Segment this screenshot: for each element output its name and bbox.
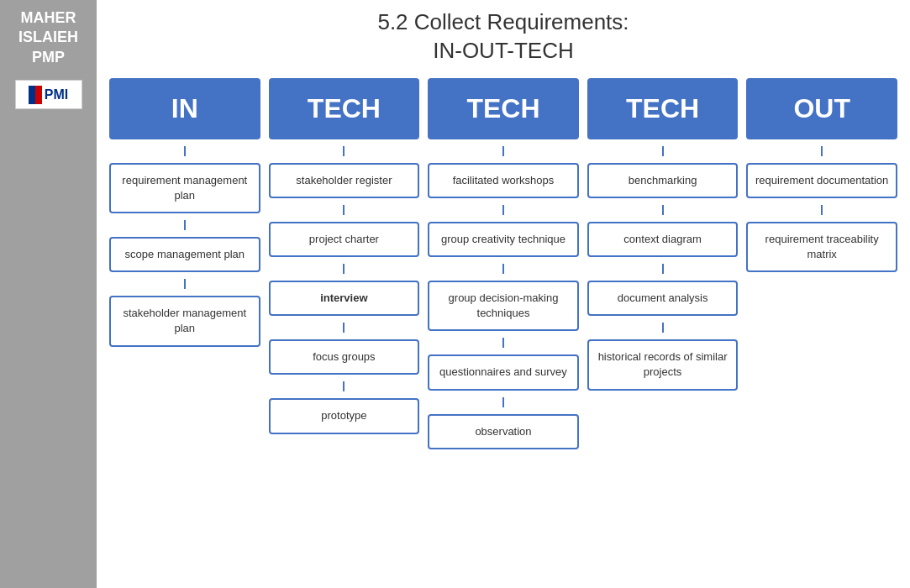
author-name: MAHER ISLAIEH PMP [18,8,78,67]
header-connector [502,146,504,156]
connector-line [343,205,345,215]
col-tech1-header: TECH [269,78,420,139]
pmi-logo: PMI [15,80,82,109]
header-connector [343,146,345,156]
pmi-flag-icon [29,86,42,104]
col-in: INrequirement management planscope manag… [109,78,260,347]
header-connector [821,146,823,156]
main-content: 5.2 Collect Requirements: IN-OUT-TECH IN… [97,0,910,588]
header-connector [662,146,664,156]
item-box: document analysis [587,281,739,316]
item-box: group decision-making techniques [428,281,579,331]
connector-line [662,264,664,274]
connector-line [343,381,345,391]
item-box: focus groups [269,339,420,375]
sidebar: MAHER ISLAIEH PMP PMI [0,0,97,588]
connector-line [502,338,504,348]
item-box: requirement management plan [109,163,260,213]
connector-line [502,264,504,274]
header-connector [184,146,186,156]
col-tech1: TECHstakeholder registerproject charteri… [269,78,420,434]
item-box: interview [269,281,420,316]
connector-line [821,205,823,215]
item-box: stakeholder register [269,163,420,198]
item-box: requirement traceability matrix [746,222,897,272]
connector-line [662,205,664,215]
item-box: context diagram [587,222,739,257]
connector-line [343,323,345,333]
item-box: benchmarking [587,163,739,198]
item-box: facilitated workshops [428,163,579,198]
col-tech2-header: TECH [428,78,579,139]
connector-line [662,323,664,333]
connector-line [184,220,186,230]
item-box: project charter [269,222,420,257]
connector-line [502,397,504,407]
item-box: prototype [269,398,420,433]
item-box: group creativity technique [428,222,579,257]
col-tech2: TECHfacilitated workshopsgroup creativit… [428,78,579,449]
col-out: OUTrequirement documentationrequirement … [746,78,897,273]
connector-line [502,205,504,215]
col-in-header: IN [109,78,260,139]
page-title: 5.2 Collect Requirements: IN-OUT-TECH [109,8,897,66]
item-box: questionnaires and survey [428,354,579,390]
col-out-header: OUT [746,78,897,139]
connector-line [343,264,345,274]
item-box: observation [428,414,579,449]
item-box: historical records of similar projects [587,339,739,390]
connector-line [184,279,186,289]
col-tech3: TECHbenchmarkingcontext diagramdocument … [587,78,739,391]
item-box: scope management plan [109,237,260,272]
pmi-text: PMI [45,87,68,102]
item-box: stakeholder management plan [109,296,260,346]
col-tech3-header: TECH [587,78,739,139]
columns-container: INrequirement management planscope manag… [109,78,897,580]
item-box: requirement documentation [746,163,897,198]
